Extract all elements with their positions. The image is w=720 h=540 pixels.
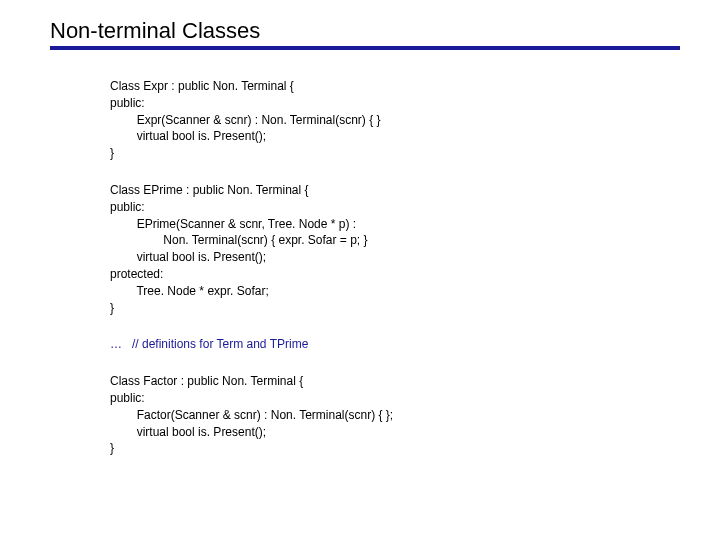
code-line: Tree. Node * expr. Sofar; bbox=[110, 284, 269, 298]
code-line: public: bbox=[110, 391, 145, 405]
code-line: Expr(Scanner & scnr) : Non. Terminal(scn… bbox=[110, 113, 381, 127]
code-line: protected: bbox=[110, 267, 163, 281]
code-line: Class Expr : public Non. Terminal { bbox=[110, 79, 294, 93]
slide-title: Non-terminal Classes bbox=[50, 18, 680, 44]
code-block-eprime: Class EPrime : public Non. Terminal { pu… bbox=[110, 182, 680, 316]
code-line: virtual bool is. Present(); bbox=[110, 129, 266, 143]
code-line: } bbox=[110, 441, 114, 455]
code-line: public: bbox=[110, 96, 145, 110]
code-block-expr: Class Expr : public Non. Terminal { publ… bbox=[110, 78, 680, 162]
code-line: Class Factor : public Non. Terminal { bbox=[110, 374, 303, 388]
code-line: Non. Terminal(scnr) { expr. Sofar = p; } bbox=[110, 233, 368, 247]
code-line: virtual bool is. Present(); bbox=[110, 425, 266, 439]
code-note: … // definitions for Term and TPrime bbox=[110, 336, 680, 353]
slide-container: Non-terminal Classes Class Expr : public… bbox=[0, 0, 720, 457]
code-line: public: bbox=[110, 200, 145, 214]
code-line: virtual bool is. Present(); bbox=[110, 250, 266, 264]
title-underline bbox=[50, 46, 680, 50]
code-line: Factor(Scanner & scnr) : Non. Terminal(s… bbox=[110, 408, 393, 422]
code-line: EPrime(Scanner & scnr, Tree. Node * p) : bbox=[110, 217, 356, 231]
code-block-factor: Class Factor : public Non. Terminal { pu… bbox=[110, 373, 680, 457]
slide-body: Class Expr : public Non. Terminal { publ… bbox=[50, 78, 680, 457]
code-line: } bbox=[110, 146, 114, 160]
code-line: Class EPrime : public Non. Terminal { bbox=[110, 183, 309, 197]
code-line: } bbox=[110, 301, 114, 315]
